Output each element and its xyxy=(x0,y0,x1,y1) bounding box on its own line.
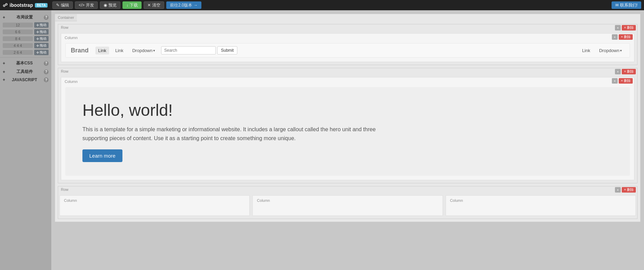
layout-row-12: 12 ✛ 拖动 xyxy=(0,22,51,28)
layout-row-264: 2 6 4 ✛ 拖动 xyxy=(0,49,51,56)
layout-row-66: 6 6 ✛ 拖动 xyxy=(0,28,51,35)
col-label-264: 2 6 4 xyxy=(3,50,33,55)
row-add-btn-1[interactable]: + xyxy=(615,25,621,30)
drag-icon: ✛ xyxy=(36,30,39,34)
col-label-444: 4 4 4 xyxy=(3,43,33,48)
section-label-css: 基本CSS xyxy=(16,60,33,66)
drag-icon: ✛ xyxy=(36,23,39,27)
v2-button[interactable]: 前往2.0版本 → xyxy=(166,1,201,9)
download-button[interactable]: ↓ 下载 xyxy=(122,1,142,9)
row-block-2: Row + × 删除 Column + × 删除 Hello, world! T… xyxy=(58,68,638,183)
help-icon-layout[interactable]: ? xyxy=(44,15,49,20)
dropdown-caret: ▾ xyxy=(153,49,155,52)
sidebar-section-js: + JAVASCRIPT ? xyxy=(0,76,51,84)
col-label-12: 12 xyxy=(3,23,33,27)
bottom-col-3: Column xyxy=(446,195,636,216)
sidebar: + 布局设置 ? 12 ✛ 拖动 6 6 ✛ 拖动 8 4 ✛ 拖动 xyxy=(0,10,51,270)
row-block-1: Row + × 删除 Column + × 删除 Brand Link L xyxy=(58,24,638,65)
drag-btn-12[interactable]: ✛ 拖动 xyxy=(34,22,49,28)
col-delete-btn-hero[interactable]: × 删除 xyxy=(619,78,633,84)
right-dropdown-caret: ▾ xyxy=(620,49,622,52)
row-add-btn-2[interactable]: + xyxy=(615,69,621,74)
col-label-66: 6 6 xyxy=(3,29,33,34)
plus-icon[interactable]: + xyxy=(3,15,5,20)
plus-icon-css[interactable]: + xyxy=(3,61,5,66)
contact-icon: ✉ xyxy=(615,3,619,8)
sidebar-section-tools: + 工具组件 ? xyxy=(0,68,51,76)
logo: ☍ ibootstrap BETA xyxy=(3,2,48,8)
navbar-brand[interactable]: Brand xyxy=(71,47,89,54)
navbar-right: Link Dropdown ▾ xyxy=(579,47,625,54)
beta-badge: BETA xyxy=(35,3,47,8)
navbar-search: Submit xyxy=(161,46,576,54)
hero-description: This is a template for a simple marketin… xyxy=(82,125,390,143)
row-delete-btn-1[interactable]: × 删除 xyxy=(622,25,636,30)
bottom-col-label-1: Column xyxy=(62,198,79,203)
dev-button[interactable]: </> 开发 xyxy=(75,1,98,9)
navbar-link-2[interactable]: Link xyxy=(113,47,126,54)
preview-button[interactable]: ◉ 预览 xyxy=(100,1,120,9)
sidebar-section-layout: + 布局设置 ? xyxy=(0,13,51,22)
row-actions-3: + × 删除 xyxy=(615,187,636,193)
bottom-col-label-2: Column xyxy=(255,198,272,203)
bottom-columns: Column Column Column xyxy=(58,193,637,219)
col-label-navbar: Column xyxy=(63,35,80,40)
sidebar-section-css: + 基本CSS ? xyxy=(0,59,51,68)
learn-more-button[interactable]: Learn more xyxy=(82,149,122,162)
layout-row-84: 8 4 ✛ 拖动 xyxy=(0,35,51,42)
drag-icon: ✛ xyxy=(36,44,39,48)
drag-icon: ✛ xyxy=(36,37,39,41)
navbar-dropdown-left[interactable]: Dropdown ▾ xyxy=(130,47,158,54)
drag-icon: ✛ xyxy=(36,51,39,54)
col-add-btn-navbar[interactable]: + xyxy=(612,34,618,40)
section-label: 布局设置 xyxy=(16,14,33,20)
layout-row-444: 4 4 4 ✛ 拖动 xyxy=(0,42,51,49)
main-layout: + 布局设置 ? 12 ✛ 拖动 6 6 ✛ 拖动 8 4 ✛ 拖动 xyxy=(0,10,644,270)
row-actions-2: + × 删除 xyxy=(615,69,636,74)
col-add-btn-hero[interactable]: + xyxy=(612,78,618,84)
container-label: Container xyxy=(55,14,77,21)
submit-button[interactable]: Submit xyxy=(217,46,237,54)
help-icon-css[interactable]: ? xyxy=(44,61,49,66)
section-label-tools: 工具组件 xyxy=(16,69,33,75)
navbar-right-dropdown[interactable]: Dropdown ▾ xyxy=(596,47,625,54)
bottom-col-label-3: Column xyxy=(448,198,465,203)
row-delete-btn-2[interactable]: × 删除 xyxy=(622,69,636,74)
col-label-hero: Column xyxy=(63,79,80,84)
help-icon-tools[interactable]: ? xyxy=(44,70,49,74)
contact-button[interactable]: ✉ 联系我们! xyxy=(612,1,641,9)
clear-button[interactable]: ✕ 清空 xyxy=(144,1,164,9)
drag-btn-264[interactable]: ✛ 拖动 xyxy=(34,50,49,55)
plus-icon-tools[interactable]: + xyxy=(3,70,5,74)
bottom-col-1: Column xyxy=(60,195,250,216)
section-label-js: JAVASCRIPT xyxy=(12,77,37,82)
logo-icon: ☍ xyxy=(3,2,8,8)
help-icon-js[interactable]: ? xyxy=(44,77,49,82)
drag-btn-84[interactable]: ✛ 拖动 xyxy=(34,36,49,41)
row-actions-1: + × 删除 xyxy=(615,25,636,30)
bottom-col-2: Column xyxy=(252,195,443,216)
col-label-84: 8 4 xyxy=(3,36,33,41)
navbar-link-1[interactable]: Link xyxy=(95,47,109,54)
row-add-btn-3[interactable]: + xyxy=(615,187,621,193)
container-block: Container Row + × 删除 Column + × 删除 Bra xyxy=(55,14,641,222)
drag-btn-66[interactable]: ✛ 拖动 xyxy=(34,29,49,35)
logo-text: ibootstrap xyxy=(10,2,33,8)
row-label-1: Row xyxy=(58,24,71,30)
row-block-3: Row + × 删除 Column Column Column xyxy=(58,186,638,219)
navbar-right-link[interactable]: Link xyxy=(579,47,593,54)
search-input[interactable] xyxy=(161,46,216,54)
row-label-2: Row xyxy=(58,68,71,74)
drag-btn-444[interactable]: ✛ 拖动 xyxy=(34,43,49,48)
column-block-navbar: Column + × 删除 Brand Link Link Dropdown ▾ xyxy=(61,33,634,62)
edit-button[interactable]: ✎ 编辑 xyxy=(52,1,73,9)
content-area: Container Row + × 删除 Column + × 删除 Bra xyxy=(51,10,644,270)
navbar-preview: Brand Link Link Dropdown ▾ Submit Link xyxy=(65,43,630,58)
hero-unit: Hello, world! This is a template for a s… xyxy=(65,87,630,176)
top-bar: ☍ ibootstrap BETA ✎ 编辑 </> 开发 ◉ 预览 ↓ 下载 … xyxy=(0,0,644,10)
row-delete-btn-3[interactable]: × 删除 xyxy=(622,187,636,193)
row-label-3: Row xyxy=(58,186,71,193)
hero-title: Hello, world! xyxy=(82,101,613,120)
col-delete-btn-navbar[interactable]: × 删除 xyxy=(619,34,633,40)
plus-icon-js[interactable]: + xyxy=(3,77,5,82)
